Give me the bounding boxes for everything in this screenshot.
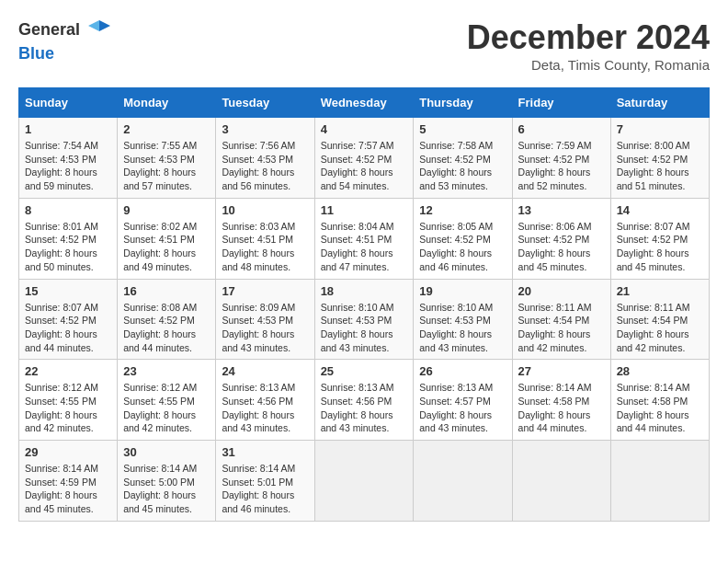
day-number: 25 [321,364,408,378]
calendar-cell: 18Sunrise: 8:10 AMSunset: 4:53 PMDayligh… [314,279,414,360]
day-number: 30 [123,445,210,459]
calendar-cell: 1Sunrise: 7:54 AMSunset: 4:53 PMDaylight… [19,118,118,199]
day-info: Sunrise: 8:11 AMSunset: 4:54 PMDaylight:… [518,301,605,355]
header: General Blue December 2024 Deta, Timis C… [18,18,710,73]
day-number: 7 [617,122,703,136]
day-number: 20 [518,284,605,298]
weekday-header-friday: Friday [512,88,610,118]
logo-flag-icon [86,18,112,44]
day-info: Sunrise: 8:14 AMSunset: 4:58 PMDaylight:… [617,381,703,435]
calendar-cell: 15Sunrise: 8:07 AMSunset: 4:52 PMDayligh… [19,279,118,360]
svg-marker-0 [99,20,110,31]
weekday-header-saturday: Saturday [610,88,709,118]
calendar-table: SundayMondayTuesdayWednesdayThursdayFrid… [18,87,710,522]
calendar-cell [610,441,709,522]
calendar-cell: 11Sunrise: 8:04 AMSunset: 4:51 PMDayligh… [314,198,414,279]
day-number: 2 [123,122,210,136]
day-info: Sunrise: 8:07 AMSunset: 4:52 PMDaylight:… [617,220,703,274]
calendar-cell: 20Sunrise: 8:11 AMSunset: 4:54 PMDayligh… [512,279,610,360]
day-number: 8 [25,203,111,217]
weekday-header-thursday: Thursday [414,88,512,118]
day-number: 27 [518,364,605,378]
day-number: 17 [222,284,308,298]
calendar-cell: 31Sunrise: 8:14 AMSunset: 5:01 PMDayligh… [216,441,314,522]
calendar-week-row: 8Sunrise: 8:01 AMSunset: 4:52 PMDaylight… [19,198,710,279]
day-number: 12 [419,203,506,217]
day-info: Sunrise: 7:57 AMSunset: 4:52 PMDaylight:… [321,139,408,193]
calendar-cell: 27Sunrise: 8:14 AMSunset: 4:58 PMDayligh… [512,360,610,441]
day-info: Sunrise: 8:13 AMSunset: 4:56 PMDaylight:… [321,381,408,435]
day-info: Sunrise: 8:12 AMSunset: 4:55 PMDaylight:… [123,381,210,435]
day-info: Sunrise: 8:02 AMSunset: 4:51 PMDaylight:… [123,220,210,274]
subtitle: Deta, Timis County, Romania [467,57,710,73]
calendar-cell: 28Sunrise: 8:14 AMSunset: 4:58 PMDayligh… [610,360,709,441]
day-number: 15 [25,284,111,298]
day-info: Sunrise: 8:11 AMSunset: 4:54 PMDaylight:… [617,301,703,355]
day-number: 28 [617,364,703,378]
weekday-header-monday: Monday [118,88,216,118]
calendar-cell: 4Sunrise: 7:57 AMSunset: 4:52 PMDaylight… [314,118,414,199]
calendar-cell: 25Sunrise: 8:13 AMSunset: 4:56 PMDayligh… [314,360,414,441]
day-info: Sunrise: 8:13 AMSunset: 4:56 PMDaylight:… [222,381,308,435]
calendar-header: SundayMondayTuesdayWednesdayThursdayFrid… [19,88,710,118]
calendar-cell: 5Sunrise: 7:58 AMSunset: 4:52 PMDaylight… [414,118,512,199]
day-info: Sunrise: 8:04 AMSunset: 4:51 PMDaylight:… [321,220,408,274]
day-number: 19 [419,284,506,298]
day-number: 21 [617,284,703,298]
day-info: Sunrise: 8:07 AMSunset: 4:52 PMDaylight:… [25,301,111,355]
day-info: Sunrise: 8:14 AMSunset: 4:59 PMDaylight:… [25,462,111,516]
calendar-cell: 24Sunrise: 8:13 AMSunset: 4:56 PMDayligh… [216,360,314,441]
month-title: December 2024 [467,18,710,57]
title-area: December 2024 Deta, Timis County, Romani… [467,18,710,73]
weekday-header-tuesday: Tuesday [216,88,314,118]
calendar-cell [414,441,512,522]
day-info: Sunrise: 8:13 AMSunset: 4:57 PMDaylight:… [419,381,506,435]
day-number: 14 [617,203,703,217]
day-number: 10 [222,203,308,217]
day-number: 9 [123,203,210,217]
day-info: Sunrise: 7:55 AMSunset: 4:53 PMDaylight:… [123,139,210,193]
day-number: 4 [321,122,408,136]
day-number: 1 [25,122,111,136]
calendar-week-row: 22Sunrise: 8:12 AMSunset: 4:55 PMDayligh… [19,360,710,441]
calendar-cell: 3Sunrise: 7:56 AMSunset: 4:53 PMDaylight… [216,118,314,199]
day-number: 24 [222,364,308,378]
logo-text: General Blue [18,18,112,63]
day-info: Sunrise: 8:14 AMSunset: 5:00 PMDaylight:… [123,462,210,516]
day-number: 29 [25,445,111,459]
calendar-cell: 10Sunrise: 8:03 AMSunset: 4:51 PMDayligh… [216,198,314,279]
day-info: Sunrise: 8:00 AMSunset: 4:52 PMDaylight:… [617,139,703,193]
day-info: Sunrise: 8:06 AMSunset: 4:52 PMDaylight:… [518,220,605,274]
day-info: Sunrise: 8:01 AMSunset: 4:52 PMDaylight:… [25,220,111,274]
day-info: Sunrise: 7:56 AMSunset: 4:53 PMDaylight:… [222,139,308,193]
calendar-cell [314,441,414,522]
day-number: 13 [518,203,605,217]
calendar-cell: 16Sunrise: 8:08 AMSunset: 4:52 PMDayligh… [118,279,216,360]
day-info: Sunrise: 7:58 AMSunset: 4:52 PMDaylight:… [419,139,506,193]
day-info: Sunrise: 8:12 AMSunset: 4:55 PMDaylight:… [25,381,111,435]
day-info: Sunrise: 7:54 AMSunset: 4:53 PMDaylight:… [25,139,111,193]
day-number: 23 [123,364,210,378]
calendar-cell: 8Sunrise: 8:01 AMSunset: 4:52 PMDaylight… [19,198,118,279]
calendar-cell: 6Sunrise: 7:59 AMSunset: 4:52 PMDaylight… [512,118,610,199]
calendar-cell: 23Sunrise: 8:12 AMSunset: 4:55 PMDayligh… [118,360,216,441]
calendar-cell: 29Sunrise: 8:14 AMSunset: 4:59 PMDayligh… [19,441,118,522]
day-number: 16 [123,284,210,298]
logo: General Blue [18,18,112,63]
calendar-week-row: 29Sunrise: 8:14 AMSunset: 4:59 PMDayligh… [19,441,710,522]
svg-marker-1 [88,20,99,31]
calendar-body: 1Sunrise: 7:54 AMSunset: 4:53 PMDaylight… [19,118,710,522]
day-info: Sunrise: 8:05 AMSunset: 4:52 PMDaylight:… [419,220,506,274]
day-info: Sunrise: 8:14 AMSunset: 4:58 PMDaylight:… [518,381,605,435]
calendar-cell: 17Sunrise: 8:09 AMSunset: 4:53 PMDayligh… [216,279,314,360]
day-info: Sunrise: 8:03 AMSunset: 4:51 PMDaylight:… [222,220,308,274]
day-number: 22 [25,364,111,378]
calendar-week-row: 15Sunrise: 8:07 AMSunset: 4:52 PMDayligh… [19,279,710,360]
logo-general: General [18,20,80,39]
day-number: 18 [321,284,408,298]
calendar-cell: 12Sunrise: 8:05 AMSunset: 4:52 PMDayligh… [414,198,512,279]
calendar-cell: 2Sunrise: 7:55 AMSunset: 4:53 PMDaylight… [118,118,216,199]
logo-blue: Blue [18,44,54,63]
weekday-header-sunday: Sunday [19,88,118,118]
day-info: Sunrise: 8:08 AMSunset: 4:52 PMDaylight:… [123,301,210,355]
